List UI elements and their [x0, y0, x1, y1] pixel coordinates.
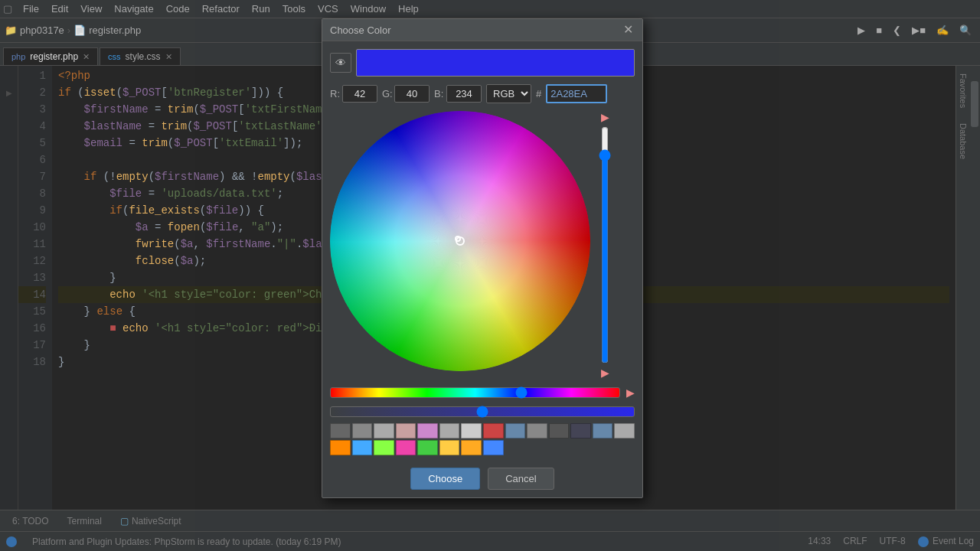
preset-color-cell[interactable] — [461, 423, 482, 439]
b-label: B: — [434, 88, 445, 99]
dialog-titlebar: Choose Color ✕ — [322, 19, 642, 41]
preset-color-cell[interactable] — [417, 440, 438, 455]
preset-colors-grid — [330, 423, 635, 455]
dialog-title: Choose Color — [330, 24, 391, 36]
preset-color-cell[interactable] — [461, 440, 482, 455]
preset-color-cell[interactable] — [483, 423, 504, 439]
color-wheel-area: ▶ ▶ — [330, 111, 635, 379]
opacity-hue-row: ▶ — [330, 386, 635, 399]
preset-color-cell[interactable] — [527, 423, 547, 439]
preset-color-cell[interactable] — [417, 423, 438, 439]
preset-color-cell[interactable] — [549, 423, 570, 439]
r-input[interactable] — [342, 85, 377, 103]
color-wheel-wrap[interactable] — [330, 111, 590, 371]
hex-input[interactable] — [546, 84, 607, 103]
preset-color-cell[interactable] — [330, 440, 351, 455]
dialog-buttons: Choose Cancel — [330, 463, 635, 490]
brightness-arrow-up[interactable]: ▶ — [601, 111, 609, 123]
cancel-button[interactable]: Cancel — [488, 468, 554, 490]
color-dialog: Choose Color ✕ 👁 R: G: B: RGB HSB — [322, 18, 643, 498]
brightness-slider-wrap: ▶ ▶ — [596, 111, 613, 379]
opacity-row — [330, 406, 635, 417]
preset-color-cell[interactable] — [330, 423, 351, 439]
eyedropper-button[interactable]: 👁 — [330, 53, 351, 73]
preset-color-cell[interactable] — [374, 423, 394, 439]
preset-color-cell[interactable] — [593, 423, 613, 439]
hex-prefix: # — [536, 88, 541, 99]
b-input[interactable] — [446, 85, 482, 103]
hue-slider[interactable] — [330, 387, 620, 398]
preset-color-cell[interactable] — [374, 440, 394, 455]
preset-color-cell[interactable] — [614, 423, 635, 439]
g-input[interactable] — [394, 85, 430, 103]
brightness-arrow-down[interactable]: ▶ — [601, 367, 609, 379]
preset-color-cell[interactable] — [352, 423, 373, 439]
r-label: R: — [330, 88, 341, 99]
r-input-group: R: — [330, 85, 377, 103]
opacity-slider[interactable] — [330, 406, 635, 417]
g-label: G: — [382, 88, 393, 99]
color-swatch — [356, 49, 635, 77]
dialog-body: 👁 R: G: B: RGB HSB HSL # — [322, 41, 642, 497]
preset-color-cell[interactable] — [570, 423, 591, 439]
preset-color-cell[interactable] — [439, 423, 460, 439]
choose-button[interactable]: Choose — [410, 468, 480, 490]
g-input-group: G: — [382, 85, 430, 103]
hue-arrow[interactable]: ▶ — [626, 386, 635, 399]
preset-color-cell[interactable] — [439, 440, 460, 455]
rgb-inputs-row: R: G: B: RGB HSB HSL # — [330, 84, 635, 103]
dialog-close-button[interactable]: ✕ — [622, 24, 635, 36]
b-input-group: B: — [434, 85, 482, 103]
color-mode-select[interactable]: RGB HSB HSL — [486, 84, 531, 103]
preset-color-cell[interactable] — [396, 440, 416, 455]
preset-color-cell[interactable] — [352, 440, 373, 455]
preset-color-cell[interactable] — [396, 423, 416, 439]
color-preview-row: 👁 — [330, 49, 635, 77]
brightness-slider[interactable] — [596, 126, 613, 364]
color-wheel-canvas[interactable] — [330, 111, 590, 371]
preset-color-cell[interactable] — [505, 423, 526, 439]
preset-color-cell[interactable] — [483, 440, 504, 455]
